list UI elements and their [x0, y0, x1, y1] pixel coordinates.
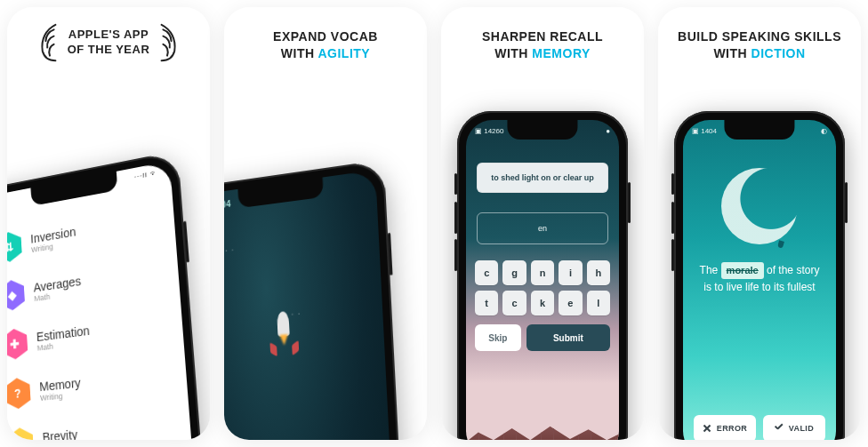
skill-name: Brevity: [42, 427, 77, 440]
skill-item[interactable]: ? Memory Writing: [7, 361, 179, 410]
status-bar: ···ll ᯤ: [134, 169, 158, 181]
droplet-icon: [777, 240, 784, 248]
skill-hex-icon: ✂: [7, 427, 34, 440]
headline-main: SHARPEN RECALL: [482, 28, 603, 45]
phone-mock-1: ···ll ᯤ ⇅ Inversion Writing ◆ Averages M…: [7, 150, 210, 440]
game-score: ✦ 1404: [224, 199, 231, 212]
laurel-right-icon: [155, 23, 180, 62]
letter-key[interactable]: t: [475, 291, 498, 315]
blank-word[interactable]: morale: [721, 262, 764, 279]
moon-icon: [721, 168, 798, 244]
letter-key[interactable]: l: [587, 291, 610, 315]
award-badge: APPLE'S APP OF THE YEAR: [30, 7, 188, 62]
skill-item[interactable]: ✂ Brevity Writing: [7, 414, 183, 440]
skill-hex-icon: ✚: [7, 327, 28, 361]
skill-hex-icon: ?: [7, 377, 31, 411]
sentence: The morale of the story is to live life …: [694, 262, 825, 296]
error-button[interactable]: ERROR: [694, 415, 756, 440]
skip-button[interactable]: Skip: [475, 324, 521, 351]
headline-accent: AGILITY: [317, 46, 370, 60]
skill-item[interactable]: ⇅ Inversion Writing: [7, 205, 166, 264]
phone-mock-3: ▣ 14260 ↺ 4 ● to shed light on or clear …: [457, 111, 628, 440]
skill-hex-icon: ⇅: [7, 230, 22, 264]
letter-key[interactable]: c: [475, 260, 498, 285]
topbar-score: ▣ 1404: [692, 127, 717, 135]
headline: BUILD SPEAKING SKILLS WITH DICTION: [662, 7, 857, 71]
clue-card: to shed light on or clear up: [477, 163, 608, 193]
screenshot-card-3: SHARPEN RECALL WITH MEMORY ▣ 14260 ↺ 4 ●…: [441, 7, 644, 440]
laurel-left-icon: [37, 23, 62, 62]
letter-key[interactable]: k: [531, 291, 554, 315]
skill-hex-icon: ◆: [7, 278, 25, 312]
topbar-pause-icon[interactable]: ◐: [821, 127, 827, 135]
headline: SHARPEN RECALL WITH MEMORY: [466, 7, 619, 71]
skill-item[interactable]: ◆ Averages Math: [7, 256, 171, 312]
screenshot-card-4: BUILD SPEAKING SKILLS WITH DICTION ▣ 140…: [658, 7, 861, 440]
letter-key[interactable]: h: [587, 260, 610, 285]
x-icon: [703, 424, 711, 433]
letter-key[interactable]: c: [502, 291, 526, 315]
key-row-1: cgnih: [475, 260, 610, 285]
headline-accent: MEMORY: [532, 46, 590, 60]
award-line1: APPLE'S APP: [68, 28, 150, 43]
headline-accent: DICTION: [751, 46, 806, 60]
topbar-pause-icon[interactable]: ●: [606, 127, 610, 135]
letter-key[interactable]: n: [531, 260, 554, 285]
letter-key[interactable]: i: [559, 260, 582, 285]
phone-mock-2: ✦ 1404 playfulfun-lovingboring: [224, 159, 407, 440]
screenshot-card-2: EXPAND VOCAB WITH AGILITY ✦ 1404 playful…: [224, 7, 427, 440]
headline-main: EXPAND VOCAB: [273, 28, 378, 45]
headline-main: BUILD SPEAKING SKILLS: [678, 28, 841, 45]
topbar-score: ▣ 14260: [475, 127, 503, 135]
phone-mock-4: ▣ 1404 ◐ The morale of the story is to l…: [674, 111, 845, 440]
key-row-2: tckel: [475, 291, 610, 315]
rocket-icon: [268, 310, 298, 355]
skill-item[interactable]: ✚ Estimation Math: [7, 308, 174, 361]
headline: EXPAND VOCAB WITH AGILITY: [257, 7, 394, 71]
award-line2: OF THE YEAR: [68, 43, 150, 58]
letter-key[interactable]: g: [502, 260, 526, 285]
letter-key[interactable]: e: [559, 291, 582, 315]
valid-button[interactable]: VALID: [763, 415, 825, 440]
skills-list: ⇅ Inversion Writing ◆ Averages Math ✚ Es…: [7, 205, 183, 440]
rooftops-illustration: [466, 419, 619, 440]
award-title: APPLE'S APP OF THE YEAR: [68, 28, 150, 58]
screenshot-card-1: APPLE'S APP OF THE YEAR ···ll ᯤ ⇅ Invers…: [7, 7, 210, 440]
check-icon: [775, 424, 784, 433]
submit-button[interactable]: Submit: [526, 324, 610, 351]
answer-field[interactable]: en: [477, 212, 608, 244]
